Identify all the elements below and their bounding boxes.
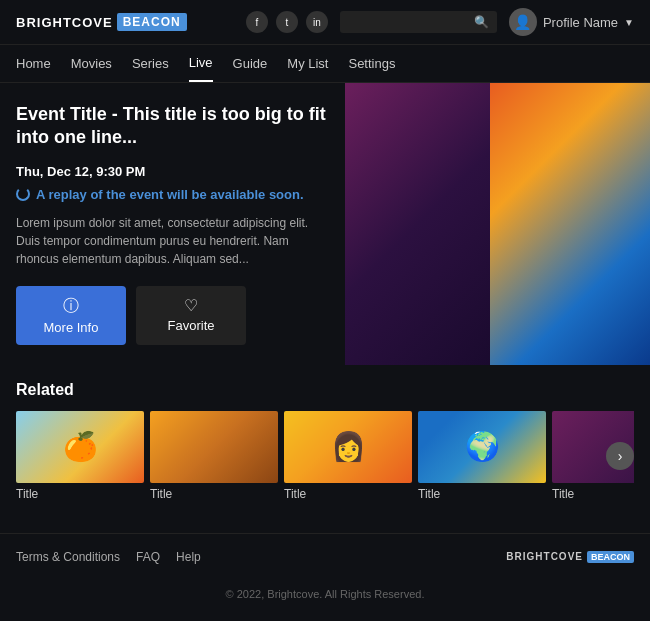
related-row: 🍊 Title Title 👩 Title 🌍 Title <box>16 411 634 501</box>
thumb-figure-1: 🍊 <box>63 430 98 463</box>
thumbnail-2 <box>150 411 278 483</box>
facebook-icon[interactable]: f <box>246 11 268 33</box>
related-item-title-3: Title <box>284 487 412 501</box>
more-info-button[interactable]: ⓘ More Info <box>16 286 126 345</box>
loading-spinner <box>16 187 30 201</box>
related-next-button[interactable]: › <box>606 442 634 470</box>
nav-item-home[interactable]: Home <box>16 46 51 81</box>
main-content: Event Title - This title is too big to f… <box>0 83 650 365</box>
profile-area[interactable]: 👤 Profile Name ▼ <box>509 8 634 36</box>
hero-image-right <box>490 83 650 365</box>
profile-chevron-icon: ▼ <box>624 17 634 28</box>
list-item[interactable]: Title <box>150 411 278 501</box>
nav-item-live[interactable]: Live <box>189 45 213 82</box>
footer-links: Terms & Conditions FAQ Help <box>16 550 201 564</box>
more-info-label: More Info <box>44 320 99 335</box>
list-item[interactable]: 🌍 Title <box>418 411 546 501</box>
event-details: Event Title - This title is too big to f… <box>0 83 345 365</box>
replay-notice-text: A replay of the event will be available … <box>36 187 304 202</box>
terms-conditions-link[interactable]: Terms & Conditions <box>16 550 120 564</box>
nav-item-settings[interactable]: Settings <box>348 46 395 81</box>
favorite-button[interactable]: ♡ Favorite <box>136 286 246 345</box>
nav-item-guide[interactable]: Guide <box>233 46 268 81</box>
info-icon: ⓘ <box>63 296 79 317</box>
replay-notice: A replay of the event will be available … <box>16 187 329 202</box>
related-item-title-4: Title <box>418 487 546 501</box>
related-item-title-1: Title <box>16 487 144 501</box>
main-nav: Home Movies Series Live Guide My List Se… <box>0 45 650 83</box>
favorite-label: Favorite <box>168 318 215 333</box>
footer-logo: BRIGHTCOVE BEACON <box>506 551 634 563</box>
thumb-figure-3: 👩 <box>331 430 366 463</box>
action-buttons: ⓘ More Info ♡ Favorite <box>16 286 329 345</box>
related-title: Related <box>16 381 634 399</box>
logo-brightcove: BRIGHTCOVE <box>16 15 113 30</box>
search-input[interactable] <box>348 15 468 29</box>
list-item[interactable]: 🍊 Title <box>16 411 144 501</box>
logo: BRIGHTCOVE BEACON <box>16 13 187 31</box>
nav-item-mylist[interactable]: My List <box>287 46 328 81</box>
nav-item-movies[interactable]: Movies <box>71 46 112 81</box>
nav-item-series[interactable]: Series <box>132 46 169 81</box>
thumbnail-3: 👩 <box>284 411 412 483</box>
help-link[interactable]: Help <box>176 550 201 564</box>
search-icon: 🔍 <box>474 15 489 29</box>
event-title: Event Title - This title is too big to f… <box>16 103 329 150</box>
logo-beacon: BEACON <box>117 13 187 31</box>
footer-logo-beacon: BEACON <box>587 551 634 563</box>
header-right: f t in 🔍 👤 Profile Name ▼ <box>246 8 634 36</box>
twitter-icon[interactable]: t <box>276 11 298 33</box>
header: BRIGHTCOVE BEACON f t in 🔍 👤 Profile Nam… <box>0 0 650 45</box>
heart-icon: ♡ <box>184 296 198 315</box>
event-date: Thu, Dec 12, 9:30 PM <box>16 164 329 179</box>
related-item-title-2: Title <box>150 487 278 501</box>
footer: Terms & Conditions FAQ Help BRIGHTCOVE B… <box>0 533 650 580</box>
thumbnail-1: 🍊 <box>16 411 144 483</box>
thumb-figure-4: 🌍 <box>465 430 500 463</box>
footer-copyright: © 2022, Brightcove. All Rights Reserved. <box>0 580 650 612</box>
faq-link[interactable]: FAQ <box>136 550 160 564</box>
related-section: Related 🍊 Title Title 👩 Title 🌍 Title <box>0 365 650 501</box>
search-bar[interactable]: 🔍 <box>340 11 497 33</box>
thumbnail-4: 🌍 <box>418 411 546 483</box>
footer-logo-brightcove: BRIGHTCOVE <box>506 551 583 562</box>
related-item-title-5: Title <box>552 487 634 501</box>
hero-images <box>345 83 650 365</box>
event-description: Lorem ipsum dolor sit amet, consectetur … <box>16 214 329 268</box>
profile-name: Profile Name <box>543 15 618 30</box>
profile-avatar: 👤 <box>509 8 537 36</box>
social-icons: f t in <box>246 11 328 33</box>
hero-image-left <box>345 83 490 365</box>
list-item[interactable]: 👩 Title <box>284 411 412 501</box>
instagram-icon[interactable]: in <box>306 11 328 33</box>
